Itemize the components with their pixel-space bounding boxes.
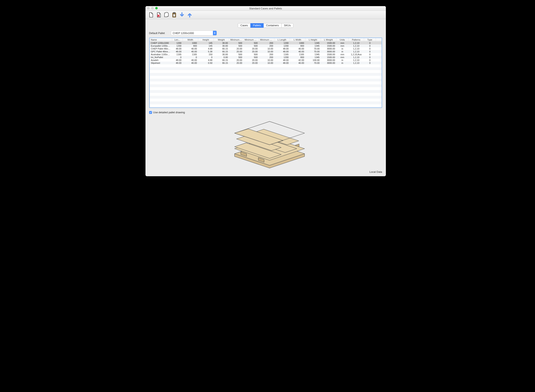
cell: 1500.00 bbox=[321, 53, 336, 56]
minimize-button-icon[interactable] bbox=[151, 7, 154, 9]
new-button[interactable] bbox=[148, 12, 154, 18]
cell: 30.00 bbox=[214, 42, 229, 44]
tab-containers[interactable]: Containers bbox=[263, 23, 282, 28]
cell: 48.00 bbox=[172, 47, 183, 50]
cell: 4.88 bbox=[198, 59, 214, 61]
cell: 500 bbox=[243, 42, 259, 44]
cell: 40.00 bbox=[290, 50, 305, 53]
column-header[interactable]: L Width bbox=[290, 38, 305, 41]
column-header[interactable]: L Height bbox=[305, 38, 321, 41]
table-row[interactable]: CHEP 1200x10001200100014530.005005002001… bbox=[150, 42, 381, 44]
table-body[interactable]: CHEP 1200x10001200100014530.005005002001… bbox=[150, 42, 381, 107]
table-row[interactable]: Azadeh48.0040.004.8866.1520.0020.0010.00… bbox=[150, 59, 381, 61]
column-header[interactable]: Type bbox=[364, 38, 376, 41]
cell: 66.15 bbox=[214, 47, 229, 50]
cell: 1,2,10 bbox=[349, 47, 364, 50]
cell: 1,2,10 bbox=[349, 56, 364, 59]
tab-cases[interactable]: Cases bbox=[238, 23, 251, 28]
export-button[interactable] bbox=[186, 12, 193, 18]
column-header[interactable]: Minimum L ... bbox=[243, 38, 259, 41]
cell: mm bbox=[336, 44, 349, 47]
cell: 800 bbox=[290, 44, 305, 47]
cell: 40.00 bbox=[290, 61, 305, 64]
cell: 1,2,10,Aus bbox=[349, 53, 364, 56]
cell: 800 bbox=[183, 44, 198, 47]
close-button-icon[interactable] bbox=[147, 7, 149, 9]
page-duplicate-icon bbox=[164, 12, 169, 18]
cell: 48.00 bbox=[274, 61, 290, 64]
cell: 1345 bbox=[305, 53, 321, 56]
cell: 1200 bbox=[274, 42, 290, 44]
cell: 48.00 bbox=[274, 50, 290, 53]
column-header[interactable]: L Length bbox=[274, 38, 290, 41]
default-pallet-select[interactable]: CHEP 1200x1000 bbox=[171, 31, 217, 35]
table-row[interactable]: GPC Pallet 48inx40in48.0040.005.3866.152… bbox=[150, 50, 381, 53]
cell: 70.00 bbox=[305, 47, 321, 50]
cell: 0 bbox=[364, 61, 376, 64]
cell: 800 bbox=[290, 56, 305, 59]
cell: Slipsheet bbox=[150, 61, 172, 64]
cell: 3000.00 bbox=[321, 59, 336, 61]
table-row[interactable]: Slipsheet48.0040.000.5066.1520.0020.0010… bbox=[150, 61, 381, 64]
tab-skus[interactable]: SKUs bbox=[281, 23, 293, 28]
column-header[interactable]: Len... bbox=[172, 38, 183, 41]
cell: 3000.00 bbox=[321, 61, 336, 64]
cell: 66.15 bbox=[214, 61, 229, 64]
column-header[interactable]: Minimum L ... bbox=[259, 38, 274, 41]
cell: 200 bbox=[259, 56, 274, 59]
table-row[interactable]: Australian 1165x11...1165116515030.00500… bbox=[150, 53, 381, 56]
column-header[interactable]: Name bbox=[150, 38, 172, 41]
delete-button[interactable] bbox=[155, 12, 162, 18]
column-header[interactable]: Minimum L ... bbox=[229, 38, 243, 41]
cell: 0 bbox=[364, 50, 376, 53]
status-text: Local Data bbox=[369, 170, 382, 173]
cell: 10.00 bbox=[259, 61, 274, 64]
column-header[interactable]: Height bbox=[198, 38, 214, 41]
pallet-table[interactable]: NameLen...WidthHeightWeightMinimum L ...… bbox=[149, 37, 382, 108]
default-pallet-value: CHEP 1200x1000 bbox=[173, 32, 194, 35]
cell: 48.00 bbox=[274, 59, 290, 61]
cell: 1345 bbox=[305, 42, 321, 44]
cell: 70.00 bbox=[305, 50, 321, 53]
tab-pallets[interactable]: Pallets bbox=[250, 23, 264, 28]
default-pallet-row: Default Pallet CHEP 1200x1000 bbox=[149, 31, 382, 35]
cell: 200 bbox=[259, 44, 274, 47]
column-header[interactable]: Width bbox=[183, 38, 198, 41]
cell: 0 bbox=[364, 44, 376, 47]
detailed-drawing-label: Use detailed pallet drawing bbox=[153, 111, 185, 114]
table-row[interactable]: Int_NoPallet0000.00500500200120080013451… bbox=[150, 56, 381, 59]
cell: 0.50 bbox=[198, 61, 214, 64]
cell: 40.00 bbox=[290, 47, 305, 50]
page-new-icon bbox=[148, 12, 154, 18]
column-header[interactable]: Units bbox=[336, 38, 349, 41]
column-header[interactable]: Weight bbox=[214, 38, 229, 41]
cell: GPC Pallet 48inx40in bbox=[150, 50, 172, 53]
cell: 1165 bbox=[290, 53, 305, 56]
cell: 0 bbox=[198, 56, 214, 59]
cell: 1,2,10 bbox=[349, 59, 364, 61]
cell: in bbox=[336, 47, 349, 50]
cell: 0 bbox=[364, 59, 376, 61]
table-row[interactable]: Europallet 1200x800120080014530.00500500… bbox=[150, 44, 381, 47]
column-header[interactable]: L Weight bbox=[321, 38, 336, 41]
cell: 1165 bbox=[172, 53, 183, 56]
import-button[interactable] bbox=[178, 12, 185, 18]
table-row[interactable]: CHEP Pallet 48inx4...48.0040.004.8866.15… bbox=[150, 47, 381, 50]
cell: 10.00 bbox=[259, 59, 274, 61]
cell: 1000 bbox=[290, 42, 305, 44]
cell: 1,2,10 bbox=[349, 42, 364, 44]
cell: 30.00 bbox=[214, 44, 229, 47]
column-header[interactable]: Patterns bbox=[349, 38, 364, 41]
cell: 500 bbox=[229, 44, 243, 47]
paste-button[interactable] bbox=[171, 12, 178, 18]
detailed-drawing-checkbox[interactable] bbox=[149, 111, 152, 114]
checkmark-icon bbox=[149, 112, 152, 113]
table-header: NameLen...WidthHeightWeightMinimum L ...… bbox=[150, 38, 381, 42]
cell: 1345 bbox=[305, 44, 321, 47]
zoom-button-icon[interactable] bbox=[155, 7, 158, 9]
duplicate-button[interactable] bbox=[163, 12, 170, 18]
cell: 100.00 bbox=[305, 59, 321, 61]
cell: 20.00 bbox=[243, 47, 259, 50]
cell: CHEP 1200x1000 bbox=[150, 42, 172, 44]
cell: 20.00 bbox=[229, 50, 243, 53]
